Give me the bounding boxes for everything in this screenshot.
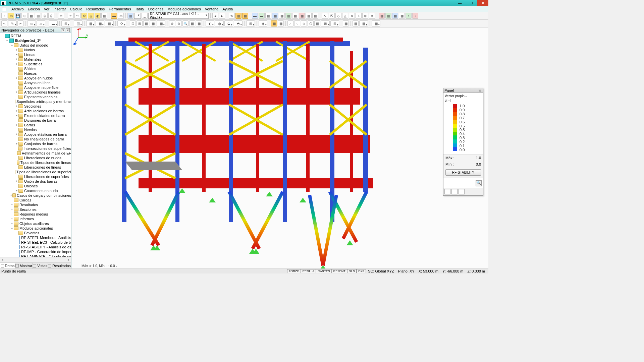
tb-btn-35[interactable]: ▦ <box>312 13 318 19</box>
tb2-35[interactable]: ▦ <box>314 20 320 26</box>
tb2-24[interactable]: ◑ <box>215 20 224 26</box>
tb-btn-43[interactable]: ⊗ <box>369 13 375 19</box>
tree-node[interactable]: +Casos de carga y combinaciones <box>0 193 71 198</box>
tb-btn-40[interactable]: ✕ <box>349 13 355 19</box>
tb2-12[interactable]: ⟳ <box>117 20 126 26</box>
tb-btn-39[interactable]: △ <box>342 13 348 19</box>
tb2-36[interactable]: ⊞ <box>321 20 330 26</box>
sb-cartes[interactable]: CARTES <box>316 269 331 273</box>
viewport-3d[interactable]: x y z Máx u: 1.0, Mín. u: 0.0 - Panel × … <box>71 27 488 268</box>
tree-node[interactable]: +Conjuntos de barras <box>0 141 71 146</box>
panel-zoom-icon[interactable]: 🔍 <box>476 180 482 186</box>
tb-btn-14[interactable]: ◎ <box>88 13 94 19</box>
tb2-23[interactable]: ◐ <box>206 20 214 26</box>
tree-node[interactable]: Uniones <box>0 184 71 188</box>
tree-node[interactable]: +Coacciones en nudo <box>0 188 71 193</box>
tb-open-icon[interactable]: ▭ <box>8 13 14 19</box>
tree-node[interactable]: Divisiones de barra <box>0 118 71 123</box>
tab-vistas[interactable]: Vistas <box>33 263 48 268</box>
tree-node[interactable]: Intersecciones de superficies <box>0 146 71 151</box>
tree-node[interactable]: −Datos del modelo <box>0 43 71 48</box>
tb2-40[interactable]: ▦ <box>359 20 368 26</box>
tree-node[interactable]: +Cargas <box>0 198 71 202</box>
panel-module-button[interactable]: RF-STABILITY <box>445 169 481 176</box>
sb-forzc[interactable]: FORZC <box>287 269 301 273</box>
tb2-3[interactable]: ✂ <box>17 20 23 26</box>
tb2-8[interactable]: ◫ <box>74 20 83 26</box>
sb-gln[interactable]: GLN <box>347 269 357 273</box>
tree-node[interactable]: +Unión de dos barras <box>0 179 71 184</box>
tb2-28[interactable]: ◉ <box>259 20 267 26</box>
tb-btn-29[interactable]: ▦ <box>272 13 278 19</box>
tree-node[interactable]: +Secciones <box>0 207 71 212</box>
tree-node[interactable]: +Regiones medias <box>0 212 71 217</box>
tree-node[interactable]: RFEM <box>0 34 71 38</box>
menu-opciones[interactable]: Opciones <box>148 7 163 11</box>
tree-node[interactable]: Apoyos en línea <box>0 80 71 85</box>
minimize-button[interactable]: — <box>454 0 466 6</box>
tb2-31[interactable]: ⟋ <box>287 20 293 26</box>
tb-btn-28[interactable]: ▦ <box>265 13 271 19</box>
tb2-32[interactable]: ⟍ <box>294 20 300 26</box>
tb2-38[interactable]: ▦ <box>343 20 349 26</box>
navigator-hscroll[interactable] <box>0 257 71 262</box>
tree-node[interactable]: +Líneas <box>0 52 71 57</box>
tb-cut-icon[interactable]: ✂ <box>58 13 64 19</box>
tb-btn-8[interactable]: ⎙ <box>48 13 54 19</box>
tree-node[interactable]: RF-IMP - Generación de imperfecciones <box>0 249 71 254</box>
tb-btn-6[interactable]: ▤ <box>35 13 41 19</box>
tb-btn-27[interactable]: ▬ <box>259 13 265 19</box>
tb2-33[interactable]: ◇ <box>301 20 307 26</box>
tb2-9[interactable]: ▦ <box>86 20 95 26</box>
tb-btn-20[interactable]: ⎯ <box>142 13 148 19</box>
tb-btn-44[interactable]: ▦ <box>379 13 385 19</box>
menu-edicion[interactable]: Edición <box>28 7 40 11</box>
panel-tool-3[interactable] <box>459 189 465 194</box>
tb-btn-16[interactable]: ▦ <box>101 13 107 19</box>
tb2-7[interactable]: ⊞ <box>61 20 70 26</box>
tb2-16[interactable]: ▦ <box>150 20 156 26</box>
panel-tool-2[interactable] <box>451 189 458 194</box>
tree-node[interactable]: Tipos de liberaciones de líneas <box>0 160 71 165</box>
tree-node[interactable]: +Articulaciones lineales <box>0 90 71 95</box>
tb-btn-45[interactable]: ▦ <box>385 13 391 19</box>
menu-insertar[interactable]: Insertar <box>53 7 66 11</box>
tb-btn-19[interactable]: ▦ <box>127 13 133 19</box>
sb-refent[interactable]: REFENT <box>332 269 347 273</box>
tb2-15[interactable]: ▦ <box>143 20 149 26</box>
tab-datos[interactable]: Datos <box>0 263 15 268</box>
tree-node[interactable]: −Módulos adicionales <box>0 226 71 231</box>
tree-node[interactable]: Liberaciones de nudos <box>0 156 71 160</box>
tree-node[interactable]: Huecos <box>0 71 71 76</box>
tb2-39[interactable]: ▦ <box>353 20 359 26</box>
tree-node[interactable]: Nervios <box>0 127 71 132</box>
tab-resultados[interactable]: Resultados <box>48 263 71 268</box>
tb-btn-34[interactable]: ▦ <box>306 13 312 19</box>
maximize-button[interactable]: ☐ <box>466 0 477 6</box>
menu-herramientas[interactable]: Herramientas <box>109 7 131 11</box>
sb-rejilla[interactable]: REJILLA <box>301 269 316 273</box>
tree-node[interactable]: +Secciones <box>0 104 71 109</box>
tb-btn-30[interactable]: ▦ <box>279 13 285 19</box>
tree-node[interactable]: +Barras <box>0 123 71 127</box>
tb-prev-icon[interactable]: ◄ <box>212 13 218 19</box>
tb-new-icon[interactable]: ▫ <box>1 13 7 19</box>
navigator-close-icon[interactable]: × <box>66 28 70 32</box>
tree-node[interactable]: Superficies ortótropas y membranas <box>0 99 71 104</box>
menu-resultados[interactable]: Resultados <box>86 7 105 11</box>
tb2-29[interactable]: ▦ <box>271 20 277 26</box>
tab-mostrar[interactable]: Mostrar <box>15 263 33 268</box>
tb2-30[interactable]: ▦ <box>278 20 284 26</box>
tb-btn-24[interactable]: ▦ <box>235 13 241 19</box>
tree-node[interactable]: No linealidades de barra <box>0 137 71 141</box>
tb2-26[interactable]: ◓ <box>234 20 243 26</box>
menu-calculo[interactable]: Cálculo <box>70 7 83 11</box>
menu-ver[interactable]: Ver <box>44 7 50 11</box>
tree-node[interactable]: +Apoyos elásticos en barra <box>0 132 71 137</box>
tb2-14[interactable]: ⊞ <box>137 20 143 26</box>
tb-btn-33[interactable]: ▦ <box>299 13 305 19</box>
tree-node[interactable]: −Stahlgerüst_1* <box>0 38 71 43</box>
tb2-19[interactable]: ⊖ <box>176 20 182 26</box>
tree-node[interactable]: RF-STEEL Members - Análisis <box>0 235 71 240</box>
tb-btn-46[interactable]: ▦ <box>392 13 398 19</box>
